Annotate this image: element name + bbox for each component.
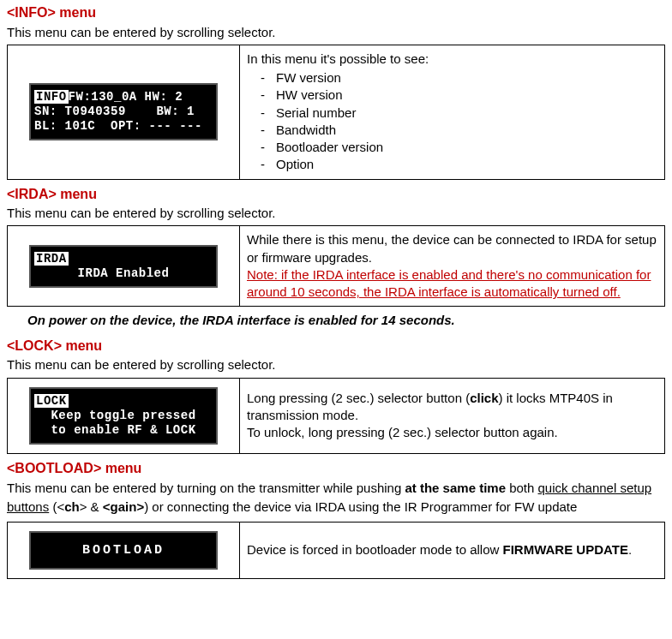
lock-table: LOCKKeep toggle pressed to enable RF & L…	[7, 378, 665, 454]
lock-text2: To unlock, long pressing (2 sec.) select…	[247, 425, 558, 439]
lock-text1-pre: Long pressing (2 sec.) selector button (	[247, 391, 470, 405]
bootload-desc-p2: both	[506, 481, 538, 495]
list-item: Serial number	[276, 105, 657, 122]
info-lcd-line2: SN: T0940359 BW: 1	[34, 105, 195, 118]
lock-menu-desc: This menu can be entered by scrolling se…	[7, 356, 665, 373]
irda-text1: While there is this menu, the device can…	[247, 232, 657, 264]
lock-text-cell: Long pressing (2 sec.) selector button (…	[240, 378, 665, 453]
lock-lcd-line3: to enable RF & LOCK	[51, 423, 195, 437]
list-item: HW version	[276, 87, 657, 104]
irda-text-cell: While there is this menu, the device can…	[240, 226, 665, 307]
bootload-desc-b3: <gain>	[103, 499, 144, 514]
irda-lcd: IRDAIRDA Enabled	[29, 245, 218, 288]
irda-lcd-line2: IRDA Enabled	[78, 266, 170, 280]
list-item: FW version	[276, 69, 657, 87]
bootload-text-bold: FIRMWARE UPDATE	[503, 542, 628, 557]
bootload-lcd-cell: BOOTLOAD	[8, 522, 240, 578]
bootload-desc-b2: ch	[64, 499, 80, 514]
info-lcd-line3: BL: 101C OPT: --- ---	[34, 119, 202, 133]
info-lcd: INFOFW:130_0A HW: 2 SN: T0940359 BW: 1 B…	[29, 83, 218, 140]
irda-power-note: On power on the device, the IRDA interfa…	[27, 312, 665, 329]
list-item: Bandwidth	[276, 122, 657, 139]
bootload-desc-p3: (<	[49, 499, 64, 514]
lock-menu-heading: <LOCK> menu	[7, 337, 665, 355]
bootload-desc-p1: This menu can be entered by turning on t…	[7, 481, 405, 495]
lock-lcd: LOCKKeep toggle pressed to enable RF & L…	[29, 387, 218, 445]
lock-lcd-line2: Keep toggle pressed	[51, 409, 195, 422]
irda-lcd-tag: IRDA	[34, 252, 69, 266]
bootload-table: BOOTLOAD Device is forced in bootloader …	[7, 522, 665, 579]
list-item: Bootloader version	[276, 139, 657, 156]
irda-menu-heading: <IRDA> menu	[7, 185, 665, 204]
info-intro: In this menu it's possible to see:	[247, 51, 657, 68]
bootload-lcd: BOOTLOAD	[29, 531, 218, 570]
bootload-menu-heading: <BOOTLOAD> menu	[7, 459, 665, 478]
info-lcd-tag: INFO	[34, 90, 69, 104]
info-lcd-cell: INFOFW:130_0A HW: 2 SN: T0940359 BW: 1 B…	[8, 45, 240, 179]
irda-menu-desc: This menu can be entered by scrolling se…	[7, 205, 665, 222]
bootload-text-pre: Device is forced in bootloader mode to a…	[247, 542, 503, 557]
bootload-text-post: .	[628, 542, 632, 557]
info-menu-desc: This menu can be entered by scrolling se…	[7, 24, 665, 41]
list-item: Option	[276, 156, 657, 173]
bootload-desc-b1: at the same time	[405, 481, 506, 495]
bootload-text-cell: Device is forced in bootloader mode to a…	[240, 522, 665, 578]
irda-table: IRDAIRDA Enabled While there is this men…	[7, 225, 665, 307]
irda-note: Note: if the IRDA interface is enabled a…	[247, 267, 651, 299]
info-table: INFOFW:130_0A HW: 2 SN: T0940359 BW: 1 B…	[7, 45, 665, 180]
lock-lcd-tag: LOCK	[34, 394, 69, 408]
irda-lcd-cell: IRDAIRDA Enabled	[8, 226, 240, 307]
bootload-desc-p5: ) or connecting the device via IRDA usin…	[144, 499, 577, 514]
bootload-menu-desc: This menu can be entered by turning on t…	[7, 479, 665, 517]
info-menu-heading: <INFO> menu	[7, 3, 665, 22]
info-item-list: FW version HW version Serial number Band…	[247, 69, 657, 174]
info-lcd-line1-rest: FW:130_0A HW: 2	[69, 90, 183, 104]
lock-text1-bold: click	[470, 391, 498, 405]
bootload-desc-p4: > &	[80, 499, 103, 514]
info-text-cell: In this menu it's possible to see: FW ve…	[240, 45, 665, 179]
lock-lcd-cell: LOCKKeep toggle pressed to enable RF & L…	[8, 378, 240, 453]
